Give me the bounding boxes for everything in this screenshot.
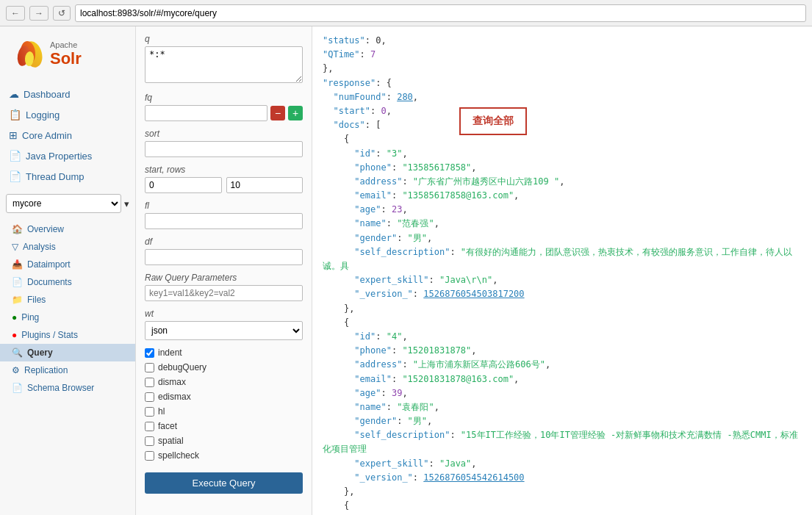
result-panel: 查询全部 "status": 0, "QTime": 7 }, "respons… <box>312 26 812 515</box>
core-nav-ping[interactable]: ● Ping <box>0 309 135 326</box>
facet-label[interactable]: facet <box>145 421 303 431</box>
sidebar-item-core-admin[interactable]: ⊞ Core Admin <box>0 125 135 145</box>
dismax-group: dismax <box>145 377 303 387</box>
spellcheck-label[interactable]: spellcheck <box>145 450 303 461</box>
core-nav-overview[interactable]: 🏠 Overview <box>0 220 135 238</box>
content-area: q *:* fq − + sort start, rows <box>136 26 812 515</box>
dismax-checkbox[interactable] <box>145 378 154 387</box>
core-nav-files-label: Files <box>27 295 46 305</box>
sort-label: sort <box>145 129 303 139</box>
core-nav-schema-browser[interactable]: 📄 Schema Browser <box>0 379 135 397</box>
df-group: df <box>145 237 303 265</box>
fl-label: fl <box>145 201 303 211</box>
query-popup: 查询全部 <box>459 107 527 135</box>
documents-icon: 📄 <box>12 277 23 287</box>
q-label: q <box>145 34 303 44</box>
spatial-checkbox[interactable] <box>145 436 154 446</box>
fq-input[interactable] <box>145 105 267 121</box>
wt-label: wt <box>145 309 303 319</box>
core-nav-dataimport[interactable]: 📥 Dataimport <box>0 256 135 273</box>
spellcheck-group: spellcheck <box>145 450 303 461</box>
hl-text: hl <box>158 406 165 417</box>
ping-icon: ● <box>12 312 17 323</box>
sidebar-item-core-admin-label: Core Admin <box>22 130 72 141</box>
core-select[interactable]: mycore <box>6 194 121 213</box>
overview-icon: 🏠 <box>12 224 23 234</box>
df-input[interactable] <box>145 249 303 265</box>
spellcheck-checkbox[interactable] <box>145 451 154 461</box>
reload-button[interactable]: ↺ <box>53 6 71 21</box>
sidebar-item-dashboard[interactable]: ☁ Dashboard <box>0 84 135 104</box>
logging-icon: 📋 <box>9 109 21 120</box>
sidebar-item-logging-label: Logging <box>26 109 60 120</box>
json-output: "status": 0, "QTime": 7 }, "response": {… <box>323 34 802 515</box>
sort-input[interactable] <box>145 141 303 157</box>
core-nav-overview-label: Overview <box>27 224 64 234</box>
apache-label: Apache <box>50 40 82 49</box>
indent-text: indent <box>158 347 182 358</box>
sidebar-item-dashboard-label: Dashboard <box>24 89 71 100</box>
rows-input[interactable] <box>226 177 303 193</box>
forward-button[interactable]: → <box>29 6 48 21</box>
sidebar-item-java-properties-label: Java Properties <box>26 151 92 162</box>
dismax-text: dismax <box>158 377 186 387</box>
debug-query-group: debugQuery <box>145 362 303 372</box>
core-nav-dataimport-label: Dataimport <box>27 259 71 270</box>
core-nav-files[interactable]: 📁 Files <box>0 291 135 309</box>
core-selector: mycore ▾ <box>6 194 129 213</box>
sidebar: Apache Solr ☁ Dashboard 📋 Logging ⊞ Core… <box>0 26 136 515</box>
spellcheck-text: spellcheck <box>158 450 199 461</box>
core-nav-query[interactable]: 🔍 Query <box>0 344 135 361</box>
q-input[interactable]: *:* <box>145 46 303 83</box>
main-layout: Apache Solr ☁ Dashboard 📋 Logging ⊞ Core… <box>0 26 812 515</box>
raw-query-input[interactable] <box>145 285 303 301</box>
sidebar-item-logging[interactable]: 📋 Logging <box>0 104 135 125</box>
q-group: q *:* <box>145 34 303 85</box>
core-nav-replication[interactable]: ⚙ Replication <box>0 361 135 379</box>
hl-label[interactable]: hl <box>145 406 303 417</box>
hl-checkbox[interactable] <box>145 407 154 417</box>
raw-query-label: Raw Query Parameters <box>145 273 303 283</box>
dataimport-icon: 📥 <box>12 259 23 270</box>
spatial-label[interactable]: spatial <box>145 436 303 446</box>
fq-add-button[interactable]: + <box>288 106 303 120</box>
debug-query-checkbox[interactable] <box>145 363 154 372</box>
sidebar-item-thread-dump[interactable]: 📄 Thread Dump <box>0 166 135 187</box>
spatial-text: spatial <box>158 436 184 446</box>
core-nav: 🏠 Overview ▽ Analysis 📥 Dataimport 📄 Doc… <box>0 220 135 397</box>
back-button[interactable]: ← <box>6 6 25 21</box>
core-nav-ping-label: Ping <box>21 312 39 323</box>
facet-group: facet <box>145 421 303 431</box>
core-nav-documents-label: Documents <box>27 277 72 287</box>
url-bar[interactable] <box>75 4 806 22</box>
core-nav-analysis[interactable]: ▽ Analysis <box>0 238 135 256</box>
fl-input[interactable] <box>145 213 303 229</box>
fq-remove-button[interactable]: − <box>270 106 285 120</box>
execute-query-button[interactable]: Execute Query <box>145 472 303 494</box>
java-properties-icon: 📄 <box>9 150 21 162</box>
facet-checkbox[interactable] <box>145 422 154 431</box>
edismax-checkbox[interactable] <box>145 392 154 402</box>
edismax-label[interactable]: edismax <box>145 392 303 402</box>
indent-group: indent <box>145 347 303 358</box>
fq-row: − + <box>145 105 303 121</box>
spatial-group: spatial <box>145 436 303 446</box>
query-icon: 🔍 <box>12 347 23 358</box>
wt-select[interactable]: json xml python ruby php csv <box>145 321 303 340</box>
core-nav-plugins-stats[interactable]: ● Plugins / Stats <box>0 326 135 344</box>
indent-label[interactable]: indent <box>145 347 303 358</box>
thread-dump-icon: 📄 <box>9 170 21 182</box>
core-nav-documents[interactable]: 📄 Documents <box>0 273 135 291</box>
fl-group: fl <box>145 201 303 229</box>
debug-query-label[interactable]: debugQuery <box>145 362 303 372</box>
indent-checkbox[interactable] <box>145 348 154 358</box>
df-label: df <box>145 237 303 247</box>
files-icon: 📁 <box>12 295 23 305</box>
start-input[interactable] <box>145 177 222 193</box>
dismax-label[interactable]: dismax <box>145 377 303 387</box>
sidebar-item-java-properties[interactable]: 📄 Java Properties <box>0 145 135 166</box>
start-rows-inputs <box>145 177 303 193</box>
logo-area: Apache Solr <box>0 26 135 78</box>
fq-group: fq − + <box>145 93 303 121</box>
topbar: ← → ↺ <box>0 0 812 26</box>
